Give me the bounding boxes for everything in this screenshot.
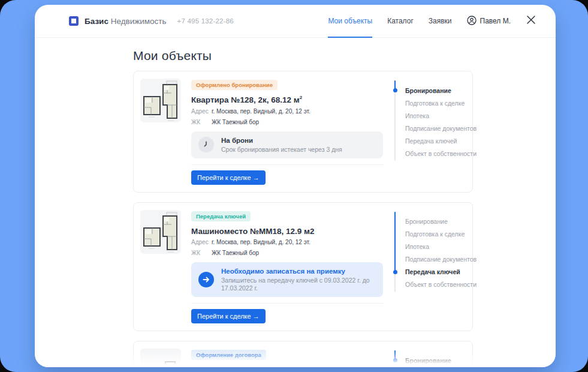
notice-title: Необходимо записаться на приемку xyxy=(221,267,376,275)
property-card-storage: Оформление договора Кладовая №О18, 8,2 м… xyxy=(133,341,473,367)
timeline-step: Передача ключей xyxy=(405,134,472,147)
brand-logo-icon xyxy=(69,16,79,26)
notice-text: Срок бронирования истекает через 3 дня xyxy=(221,146,342,154)
timeline-step: Подписание документов xyxy=(405,253,472,266)
divider xyxy=(191,303,383,304)
floorplan-thumbnail xyxy=(140,79,181,122)
notice-text: Запишитесь на передачу ключей с 09.03.20… xyxy=(221,277,376,292)
property-title: Квартира №128, 2к, 68.12 м2 xyxy=(191,95,383,104)
go-to-deal-button[interactable]: Перейти к сделке → xyxy=(191,309,266,323)
address-value: г. Москва, пер. Видный, д. 20, 12 эт. xyxy=(212,108,310,115)
close-icon xyxy=(527,16,535,26)
property-card-apartment: Оформлено бронирование Квартира №128, 2к… xyxy=(133,71,473,193)
address-row: Адрес г. Москва, пер. Видный, д. 20, 12 … xyxy=(191,239,383,246)
timeline-step: Ипотека xyxy=(405,241,472,253)
main-content: Мои объекты Оформлено xyxy=(35,38,556,367)
timeline-step: Объект в собственности xyxy=(405,278,472,291)
deal-timeline: Бронирование Подготовка к сделке Ипотека… xyxy=(393,349,472,367)
contact-phone: +7 495 132-22-86 xyxy=(177,17,234,25)
property-card-parking: Передача ключей Машиноместо №ММ18, 12.9 … xyxy=(133,202,473,332)
complex-value: ЖК Таежный бор xyxy=(212,250,259,257)
timeline-step: Передача ключей xyxy=(405,266,472,278)
status-badge: Оформление договора xyxy=(191,350,266,360)
notice-body: Необходимо записаться на приемку Запишит… xyxy=(221,267,376,292)
deal-timeline: Бронирование Подготовка к сделке Ипотека… xyxy=(393,210,472,324)
timeline-step: Подготовка к сделке xyxy=(405,228,472,241)
deal-timeline: Бронирование Подготовка к сделке Ипотека… xyxy=(393,79,472,185)
status-badge: Оформлено бронирование xyxy=(191,80,278,90)
notice-body: На брони Срок бронирования истекает чере… xyxy=(221,136,342,154)
card-details: Оформлено бронирование Квартира №128, 2к… xyxy=(191,79,383,185)
arrow-right-icon xyxy=(198,272,214,287)
brand: Базис Недвижимость +7 495 132-22-86 xyxy=(69,5,234,37)
address-value: г. Москва, пер. Видный, д. 20, 12 эт. xyxy=(212,239,310,246)
card-details: Оформление договора Кладовая №О18, 8,2 м… xyxy=(191,349,383,367)
floorplan-thumbnail xyxy=(140,210,181,254)
header: Базис Недвижимость +7 495 132-22-86 Мои … xyxy=(35,5,556,38)
timeline-track xyxy=(394,80,396,161)
timeline-step: Бронирование xyxy=(405,215,472,228)
complex-row: ЖК ЖК Таежный бор xyxy=(191,250,383,257)
nav-item-my-objects[interactable]: Мои объекты xyxy=(328,5,372,37)
card-details: Передача ключей Машиноместо №ММ18, 12.9 … xyxy=(191,210,383,324)
complex-value: ЖК Таежный бор xyxy=(212,119,259,126)
complex-row: ЖК ЖК Таежный бор xyxy=(191,119,383,126)
timeline-active-dot xyxy=(393,358,397,362)
user-icon xyxy=(467,16,477,27)
booking-notice: На брони Срок бронирования истекает чере… xyxy=(191,131,383,158)
timeline-step: Ипотека xyxy=(405,109,472,122)
timeline-step: Подписание документов xyxy=(405,122,472,134)
timeline-active-dot xyxy=(393,88,397,92)
timeline-step: Бронирование xyxy=(405,354,472,367)
timeline-active-dot xyxy=(393,270,397,274)
timeline-progress xyxy=(394,212,396,272)
notice-title: На брони xyxy=(221,136,342,145)
property-title: Кладовая №О18, 8,2 м2 xyxy=(191,365,383,367)
address-label: Адрес xyxy=(191,108,212,115)
complex-label: ЖК xyxy=(191,119,212,126)
user-menu[interactable]: Павел М. xyxy=(467,5,511,37)
timeline-step: Подготовка к сделке xyxy=(405,97,472,109)
keys-appointment-notice: Необходимо записаться на приемку Запишит… xyxy=(191,262,383,297)
timeline-step: Бронирование xyxy=(405,84,472,97)
page-title: Мои объекты xyxy=(133,49,556,63)
app-background: Базис Недвижимость +7 495 132-22-86 Мои … xyxy=(0,0,588,372)
clock-icon xyxy=(198,137,214,152)
app-window: Базис Недвижимость +7 495 132-22-86 Мои … xyxy=(35,5,556,367)
nav-item-requests[interactable]: Заявки xyxy=(429,5,452,37)
timeline-step: Объект в собственности xyxy=(405,147,472,160)
go-to-deal-button[interactable]: Перейти к сделке → xyxy=(191,170,266,185)
complex-label: ЖК xyxy=(191,250,212,257)
divider xyxy=(191,164,383,165)
timeline-step: Подготовка к сделке xyxy=(405,367,472,367)
property-title: Машиноместо №ММ18, 12.9 м2 xyxy=(191,226,383,236)
address-label: Адрес xyxy=(191,239,212,246)
main-nav: Мои объекты Каталог Заявки Павел М. xyxy=(328,5,535,37)
nav-item-catalog[interactable]: Каталог xyxy=(387,5,414,37)
close-button[interactable] xyxy=(527,5,535,37)
status-badge: Передача ключей xyxy=(191,211,251,221)
user-name: Павел М. xyxy=(480,17,511,25)
address-row: Адрес г. Москва, пер. Видный, д. 20, 12 … xyxy=(191,108,383,115)
brand-name: Базис Недвижимость xyxy=(85,17,167,26)
floorplan-thumbnail xyxy=(140,349,181,367)
